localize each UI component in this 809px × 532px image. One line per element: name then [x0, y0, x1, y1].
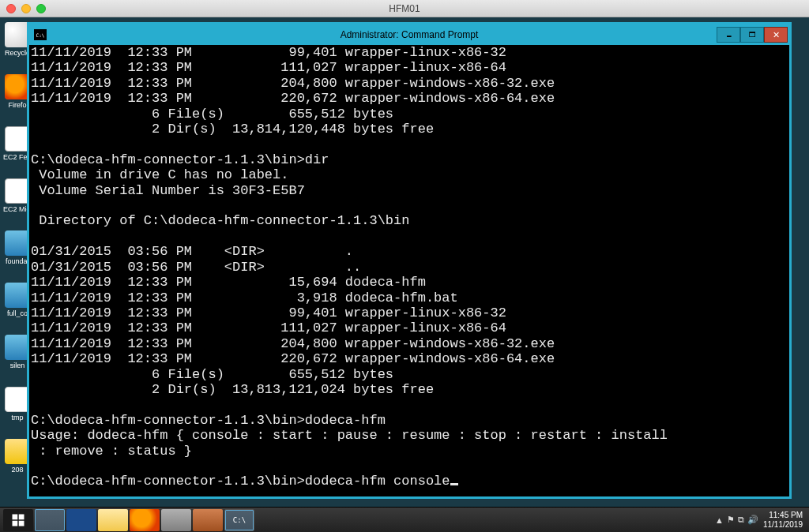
taskbar-services[interactable] [161, 509, 191, 531]
tray-icons[interactable]: ▲ ⚑ ⧉ 🔊 [715, 515, 758, 525]
command-prompt-window: Administrator: Command Prompt 11/11/2019… [27, 22, 792, 499]
terminal-prompt-line: C:\dodeca-hfm-connector-1.1.3\bin>dodeca… [31, 474, 450, 489]
mac-window-buttons [6, 4, 46, 13]
taskbar: C:\ ▲ ⚑ ⧉ 🔊 11:45 PM 11/11/2019 [0, 507, 809, 532]
tray-network-icon[interactable]: ⧉ [738, 515, 744, 525]
svg-rect-3 [19, 520, 24, 526]
windows-logo-icon [11, 513, 25, 527]
window-buttons [717, 27, 788, 43]
taskbar-firefox[interactable] [130, 509, 160, 531]
minimize-button[interactable] [717, 27, 740, 43]
maximize-button[interactable] [740, 27, 764, 43]
taskbar-command-prompt[interactable]: C:\ [224, 509, 254, 531]
mac-titlebar: HFM01 [0, 0, 809, 17]
tray-sound-icon[interactable]: 🔊 [747, 515, 758, 525]
taskbar-file-explorer[interactable] [98, 509, 128, 531]
terminal-cursor [450, 483, 458, 485]
close-button[interactable] [764, 27, 788, 43]
clock-date: 11/11/2019 [763, 520, 803, 530]
tray-flag-icon[interactable]: ⚑ [727, 515, 735, 525]
taskbar-server-manager[interactable] [35, 509, 65, 531]
clock-time: 11:45 PM [763, 511, 803, 520]
svg-rect-1 [19, 514, 24, 519]
command-prompt-titlebar[interactable]: Administrator: Command Prompt [29, 24, 789, 45]
tray-up-icon[interactable]: ▲ [715, 515, 724, 525]
command-prompt-title: Administrator: Command Prompt [29, 29, 789, 40]
mac-minimize-button[interactable] [21, 4, 31, 13]
desktop[interactable]: RecycleFirefoEC2 FeedEC2 Microfoundatful… [0, 17, 809, 507]
mac-maximize-button[interactable] [36, 4, 46, 13]
start-button[interactable] [3, 509, 33, 531]
command-prompt-icon [34, 29, 47, 40]
terminal-output[interactable]: 11/11/2019 12:33 PM 99,401 wrapper-linux… [29, 45, 789, 496]
taskbar-tray: ▲ ⚑ ⧉ 🔊 11:45 PM 11/11/2019 [715, 511, 806, 530]
mac-close-button[interactable] [6, 4, 16, 13]
svg-rect-0 [13, 514, 18, 519]
mac-window-title: HFM01 [0, 3, 809, 14]
svg-rect-2 [13, 520, 18, 526]
taskbar-config[interactable] [193, 509, 223, 531]
taskbar-powershell[interactable] [66, 509, 96, 531]
taskbar-clock[interactable]: 11:45 PM 11/11/2019 [763, 511, 806, 530]
